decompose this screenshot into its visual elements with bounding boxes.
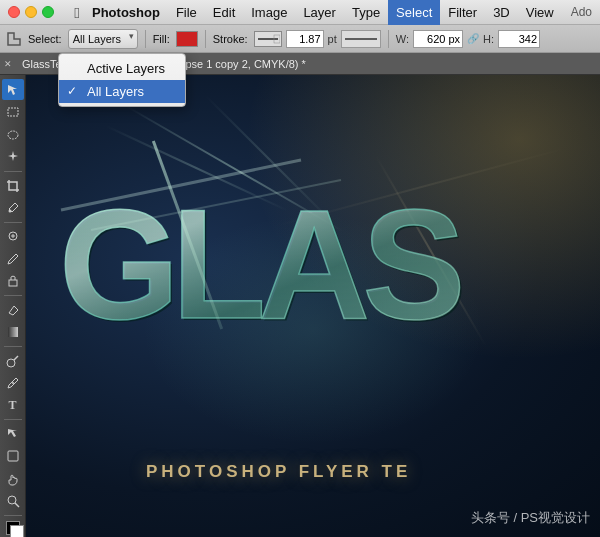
toolbar: T [0, 75, 26, 537]
fill-label: Fill: [153, 33, 170, 45]
tool-dodge[interactable] [2, 350, 24, 371]
select-label: Select: [28, 33, 62, 45]
menu-layer[interactable]: Layer [295, 0, 344, 25]
svg-line-10 [14, 356, 18, 360]
tool-gradient[interactable] [2, 321, 24, 342]
tool-eraser[interactable] [2, 299, 24, 320]
svg-rect-3 [8, 108, 18, 116]
svg-rect-8 [8, 327, 18, 337]
minimize-button[interactable] [25, 6, 37, 18]
toolbar-separator-4 [4, 346, 22, 347]
menu-edit[interactable]: Edit [205, 0, 243, 25]
chain-link-icon[interactable]: 🔗 [467, 33, 479, 44]
svg-line-14 [15, 503, 19, 507]
canvas-subtext: PHOTOSHOP FLYER TE [146, 462, 411, 482]
fill-color-swatch[interactable] [176, 31, 198, 47]
svg-point-11 [12, 382, 14, 384]
main-area: T [0, 75, 600, 537]
toolbar-separator-1 [4, 171, 22, 172]
traffic-lights [0, 6, 62, 18]
close-button[interactable] [8, 6, 20, 18]
stroke-style-picker[interactable] [254, 31, 282, 47]
foreground-background-colors[interactable] [5, 519, 21, 537]
separator-2 [205, 30, 206, 48]
width-input[interactable] [413, 30, 463, 48]
svg-rect-12 [8, 451, 18, 461]
layer-dropdown-menu: Active Layers All Layers [58, 53, 186, 107]
menu-bar:  Photoshop File Edit Image Layer Type S… [0, 0, 600, 25]
layer-select-dropdown[interactable]: All Layers [68, 29, 138, 49]
tool-magic-wand[interactable] [2, 146, 24, 167]
maximize-button[interactable] [42, 6, 54, 18]
separator-3 [388, 30, 389, 48]
tool-zoom[interactable] [2, 491, 24, 512]
background-color[interactable] [10, 525, 24, 537]
menu-3d[interactable]: 3D [485, 0, 518, 25]
toolbar-separator-3 [4, 295, 22, 296]
toolbar-separator-2 [4, 222, 22, 223]
svg-point-9 [7, 359, 15, 367]
tool-brush[interactable] [2, 248, 24, 269]
tool-crop[interactable] [2, 175, 24, 196]
height-label: H: [483, 33, 494, 45]
menu-select[interactable]: Select [388, 0, 440, 25]
menu-view[interactable]: View [518, 0, 562, 25]
svg-point-4 [8, 131, 18, 139]
menu-file[interactable]: File [168, 0, 205, 25]
tool-path-select[interactable] [2, 423, 24, 444]
height-input[interactable] [498, 30, 540, 48]
width-label: W: [396, 33, 409, 45]
dropdown-item-all-layers[interactable]: All Layers [59, 80, 185, 103]
apple-icon[interactable]:  [62, 0, 92, 25]
svg-text:GLAS: GLAS [59, 178, 460, 350]
tool-icon [4, 29, 24, 49]
options-bar: Select: All Layers Fill: Stroke: pt W: 🔗… [0, 25, 600, 53]
tool-stamp[interactable] [2, 271, 24, 292]
tool-pen[interactable] [2, 372, 24, 393]
svg-point-13 [8, 496, 16, 504]
stroke-line-picker[interactable] [341, 30, 381, 48]
stroke-unit: pt [328, 33, 337, 45]
tool-marquee[interactable] [2, 101, 24, 122]
tool-lasso[interactable] [2, 124, 24, 145]
toolbar-separator-6 [4, 515, 22, 516]
menu-type[interactable]: Type [344, 0, 388, 25]
dropdown-item-active-layers[interactable]: Active Layers [59, 57, 185, 80]
svg-point-5 [8, 209, 11, 212]
stroke-value-input[interactable] [286, 30, 324, 48]
menu-filter[interactable]: Filter [440, 0, 485, 25]
menu-items: File Edit Image Layer Type Select Filter… [168, 0, 562, 25]
stroke-label: Stroke: [213, 33, 248, 45]
app-name: Photoshop [92, 5, 160, 20]
tool-selection[interactable] [2, 79, 24, 100]
tool-shape[interactable] [2, 446, 24, 467]
glas-text-svg: GLAS GLAS GLAS GLAS [41, 130, 600, 350]
menu-image[interactable]: Image [243, 0, 295, 25]
tab-close-button[interactable]: ✕ [0, 53, 16, 74]
separator-1 [145, 30, 146, 48]
canvas-area: GLAS GLAS GLAS GLAS PHOTOSHOP FLYER TE 头… [26, 75, 600, 537]
ado-label: Ado [571, 5, 600, 19]
svg-rect-7 [9, 280, 17, 286]
canvas-watermark: 头条号 / PS视觉设计 [471, 509, 590, 527]
tool-hand[interactable] [2, 468, 24, 489]
tool-text[interactable]: T [2, 395, 24, 416]
tool-patch[interactable] [2, 226, 24, 247]
tool-eyedropper[interactable] [2, 197, 24, 218]
toolbar-separator-5 [4, 419, 22, 420]
canvas-image: GLAS GLAS GLAS GLAS PHOTOSHOP FLYER TE 头… [26, 75, 600, 537]
